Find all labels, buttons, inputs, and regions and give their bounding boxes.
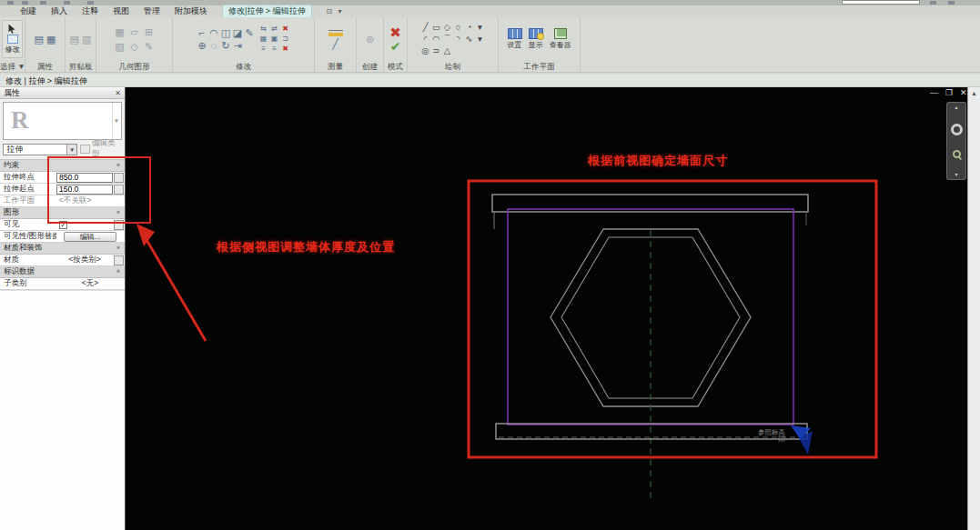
- tab-addins[interactable]: 附加模块: [175, 5, 207, 17]
- section-expand-icon[interactable]: ✶: [112, 268, 125, 275]
- navigation-bar[interactable]: ▴ ▾: [946, 102, 966, 180]
- navbar-collapse-icon[interactable]: ▴: [955, 105, 957, 110]
- qat-icon[interactable]: [40, 1, 46, 5]
- ribbon-tab-bar: 创建 插入 注释 视图 管理 附加模块 修改|拉伸 > 编辑拉伸 ⊡ ▾: [0, 5, 980, 17]
- ribbon-panel-select: 修改 选择 ▼: [0, 17, 25, 72]
- selection-box-icon: [7, 35, 18, 44]
- subcategory-value[interactable]: <无>: [56, 279, 124, 289]
- property-row-material: 材质 <按类别>: [0, 255, 125, 266]
- ribbon-panel-mode: ✖ ✔ 模式: [384, 17, 408, 72]
- close-icon[interactable]: ✕: [115, 89, 121, 97]
- modify-panel-mini-icons[interactable]: ⇆⇄✖▦▣⊐≡≡✖: [258, 25, 291, 55]
- qat-icon[interactable]: [930, 1, 936, 5]
- workplane-show-icon: [529, 28, 543, 39]
- workplane-show-label: 显示: [529, 40, 543, 50]
- cancel-sketch-icon[interactable]: ✖: [389, 25, 401, 39]
- annotation-box-property-values: [47, 156, 151, 224]
- type-dropdown[interactable]: 拉伸 ▼: [3, 144, 77, 155]
- panel-label-measure: 测量: [315, 61, 356, 72]
- finish-sketch-icon[interactable]: ✔: [390, 40, 401, 53]
- section-header-materials[interactable]: 材质和装饰 ✶: [0, 243, 125, 255]
- ribbon-panel-draw: ╱▭◇○◔▾◜◠⌒◝∿▾◎⊃△ 绘制: [408, 17, 499, 72]
- panel-label-select[interactable]: 选择 ▼: [0, 61, 25, 72]
- section-header-identity[interactable]: 标识数据 ✶: [0, 266, 125, 278]
- tab-view[interactable]: 视图: [113, 5, 129, 17]
- geometry-panel-icons[interactable]: ▦▱⊞▧◇✎: [113, 25, 157, 54]
- ribbon-panel-create: ⊚ 创建: [357, 17, 384, 72]
- panel-label-modify: 修改: [173, 61, 314, 72]
- workplane-show-button[interactable]: 显示: [529, 28, 543, 50]
- properties-palette: 属性 ✕ R ▼ 拉伸 ▼ 编辑类型 约束 ✶ 拉伸终点 拉伸起点: [0, 87, 126, 530]
- associate-parameter-button[interactable]: [114, 255, 124, 265]
- tab-manage[interactable]: 管理: [144, 5, 160, 17]
- modify-tool-button-label: 修改: [5, 45, 20, 55]
- ribbon-display-toggle-icon[interactable]: ⊡ ▾: [327, 7, 344, 15]
- annotation-text-front-view: 根据前视图确定墙面尺寸: [588, 153, 728, 169]
- annotation-text-side-view: 根据侧视图调整墙体厚度及位置: [217, 239, 395, 255]
- draw-panel-icons[interactable]: ╱▭◇○◔▾◜◠⌒◝∿▾◎⊃△: [420, 22, 486, 57]
- qat-icon[interactable]: [948, 1, 955, 5]
- ribbon-panel-properties: ▤▦ 属性: [25, 17, 66, 72]
- properties-title: 属性: [4, 87, 20, 99]
- search-input[interactable]: [842, 0, 920, 5]
- workplane-viewer-label: 查看器: [550, 40, 571, 50]
- ribbon: 修改 选择 ▼ ▤▦ 属性 ▤▥ 剪贴板 ▦▱⊞▧◇✎ 几何图形 ⌐◠◫◪✎⊕◌…: [0, 17, 980, 73]
- material-value[interactable]: <按类别>: [56, 255, 113, 265]
- drawing-area[interactable]: [126, 87, 967, 530]
- options-bar-breadcrumb: 修改 | 拉伸 > 编辑拉伸: [5, 76, 87, 85]
- vertical-scrollbar[interactable]: ▲: [967, 87, 980, 530]
- edit-type-icon: [80, 145, 90, 154]
- minimize-icon[interactable]: —: [930, 88, 938, 97]
- type-dropdown-value: 拉伸: [6, 144, 23, 155]
- properties-panel-icons[interactable]: ▤▦: [25, 17, 65, 61]
- qat-icon[interactable]: [64, 1, 70, 5]
- workplane-set-button[interactable]: 设置: [508, 28, 522, 50]
- tab-create[interactable]: 创建: [20, 5, 36, 17]
- zoom-tool-icon[interactable]: [953, 150, 961, 158]
- panel-label-clipboard: 剪贴板: [66, 61, 96, 72]
- panel-label-draw: 绘制: [408, 61, 498, 72]
- ribbon-panel-geometry: ▦▱⊞▧◇✎ 几何图形: [96, 17, 173, 72]
- close-view-icon[interactable]: ✕: [960, 88, 967, 97]
- section-expand-icon[interactable]: ✶: [112, 245, 125, 252]
- workplane-set-label: 设置: [508, 40, 522, 50]
- section-label: 材质和装饰: [0, 243, 112, 254]
- scroll-up-icon[interactable]: ▲: [968, 90, 980, 96]
- panel-label-properties: 属性: [25, 61, 65, 72]
- type-selector-preview[interactable]: R ▼: [3, 102, 122, 140]
- workplane-viewer-button[interactable]: 查看器: [550, 28, 571, 50]
- section-label: 标识数据: [0, 266, 112, 277]
- chevron-down-icon[interactable]: ▼: [66, 145, 76, 155]
- qat-icon[interactable]: [22, 1, 28, 5]
- qat-icon[interactable]: [87, 1, 94, 5]
- property-row-visibility-overrides: 可见性/图形替换 编辑...: [0, 231, 125, 243]
- create-group-icon[interactable]: ⊚: [366, 34, 374, 45]
- property-row-subcategory: 子类别 <无>: [0, 278, 125, 290]
- clipboard-panel-icons[interactable]: ▤▥: [66, 17, 96, 61]
- tab-annotate[interactable]: 注释: [82, 5, 98, 17]
- measure-ruler-icon[interactable]: [328, 30, 343, 36]
- options-bar: 修改 | 拉伸 > 编辑拉伸: [0, 75, 980, 87]
- type-selector-scroll[interactable]: ▼: [112, 103, 120, 139]
- visibility-edit-button[interactable]: 编辑...: [64, 232, 116, 242]
- panel-label-mode: 模式: [384, 61, 407, 72]
- modify-panel-icons[interactable]: ⌐◠◫◪✎⊕◌↻⇥: [197, 26, 256, 52]
- ribbon-panel-measure: ╱ 测量: [315, 17, 357, 72]
- view-window-controls: — ❐ ✕: [930, 88, 967, 97]
- modify-tool-button[interactable]: 修改: [2, 20, 23, 58]
- cursor-arrow-icon: [8, 24, 16, 34]
- ribbon-panel-modify: ⌐◠◫◪✎⊕◌↻⇥ ⇆⇄✖▦▣⊐≡≡✖ 修改: [173, 17, 315, 72]
- tab-insert[interactable]: 插入: [51, 5, 67, 17]
- workplane-set-icon: [508, 28, 522, 39]
- qat-icon[interactable]: [7, 1, 14, 5]
- tab-modify-extrusion-active[interactable]: 修改|拉伸 > 编辑拉伸: [222, 5, 312, 18]
- property-label: 可见性/图形替换: [0, 231, 56, 242]
- panel-label-create: 创建: [357, 61, 383, 72]
- restore-icon[interactable]: ❐: [945, 88, 953, 97]
- measure-diagonal-icon[interactable]: ╱: [332, 38, 338, 49]
- workplane-viewer-icon: [554, 28, 567, 39]
- ribbon-panel-clipboard: ▤▥ 剪贴板: [66, 17, 96, 72]
- navbar-expand-icon[interactable]: ▾: [955, 172, 957, 177]
- steering-wheel-icon[interactable]: [951, 124, 963, 135]
- ribbon-panel-workplane: 设置 显示 查看器 工作平面: [499, 17, 581, 72]
